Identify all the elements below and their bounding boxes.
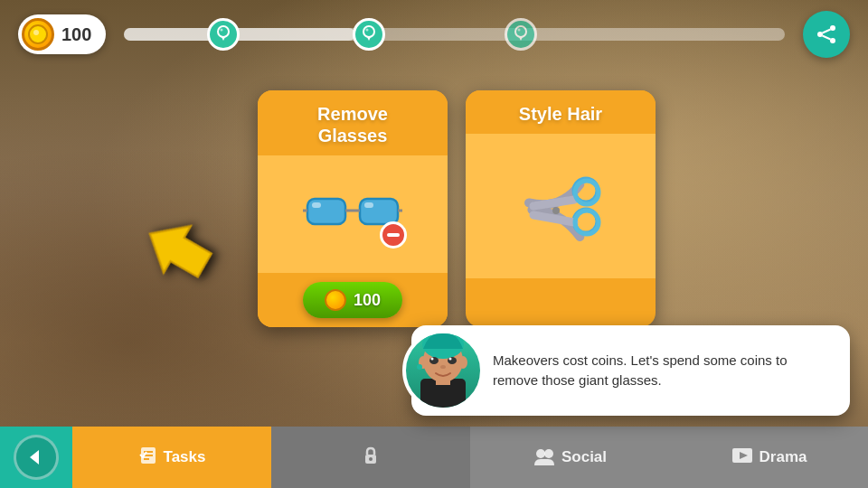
svg-point-46 [417,364,422,370]
svg-point-13 [517,29,520,32]
top-bar: 100 [0,11,868,58]
tasks-label: Tasks [164,448,206,466]
back-circle [14,435,59,480]
svg-rect-27 [387,233,400,237]
svg-rect-20 [307,199,345,224]
progress-bar-container [124,24,785,44]
progress-fill [124,28,355,41]
coin-amount: 100 [61,24,91,45]
back-button[interactable] [0,427,72,488]
coin-display: 100 [18,14,106,54]
svg-point-34 [575,211,599,234]
cost-amount: 100 [354,291,381,310]
svg-line-17 [823,30,831,33]
svg-point-40 [458,356,467,369]
scissors-icon [515,165,606,247]
tutorial-box: Makeovers cost coins. Let's spend some c… [411,325,850,416]
share-button[interactable] [803,11,850,58]
svg-point-4 [219,27,228,36]
svg-point-42 [448,357,457,364]
svg-rect-21 [360,199,398,224]
svg-point-54 [536,449,545,458]
svg-point-12 [516,27,525,36]
svg-point-44 [449,358,452,361]
remove-glasses-title: RemoveGlasses [267,103,439,146]
svg-point-45 [440,365,446,369]
tab-social[interactable]: Social [470,427,669,488]
tasks-icon [138,446,158,470]
cards-area: RemoveGlasses [181,90,732,327]
tab-drama[interactable]: Drama [669,427,868,488]
cost-coin-icon [325,289,346,311]
svg-line-32 [533,215,574,222]
svg-rect-26 [364,202,373,208]
svg-point-1 [33,30,39,35]
coin-icon [22,18,54,51]
drama-label: Drama [760,448,807,466]
cost-button[interactable]: 100 [303,282,402,318]
remove-glasses-card[interactable]: RemoveGlasses [258,90,448,327]
progress-marker-3 [505,18,537,51]
social-icon [533,446,556,470]
svg-line-18 [823,36,831,40]
svg-point-14 [830,25,835,31]
svg-point-16 [817,32,823,37]
svg-point-43 [431,358,434,361]
glasses-icon [303,185,402,244]
avatar-circle [402,330,484,411]
nav-tabs: Tasks Social [72,427,868,488]
svg-marker-47 [30,450,39,465]
svg-point-53 [369,457,373,461]
svg-point-55 [544,449,553,458]
bottom-nav: Tasks Social [0,427,868,488]
tab-lock[interactable] [271,427,470,488]
svg-point-41 [429,357,439,364]
lock-icon [361,446,381,470]
progress-marker-1 [207,18,240,51]
tutorial-text: Makeovers cost coins. Let's spend some c… [493,351,835,391]
style-hair-card[interactable]: Style Hair [466,90,656,327]
progress-marker-2 [353,18,385,51]
style-hair-body [466,134,656,278]
svg-point-9 [365,29,368,32]
tab-tasks[interactable]: Tasks [72,427,271,488]
svg-point-8 [364,27,373,36]
style-hair-title: Style Hair [475,103,646,125]
drama-icon [731,446,754,470]
style-hair-header: Style Hair [466,90,656,134]
svg-point-5 [220,29,222,32]
svg-point-30 [552,207,560,214]
svg-point-15 [830,38,835,43]
remove-glasses-body [258,155,448,273]
svg-marker-19 [137,211,219,289]
svg-rect-25 [312,202,321,208]
remove-glasses-header: RemoveGlasses [258,90,448,155]
character-avatar [398,298,488,416]
social-label: Social [561,448,607,466]
